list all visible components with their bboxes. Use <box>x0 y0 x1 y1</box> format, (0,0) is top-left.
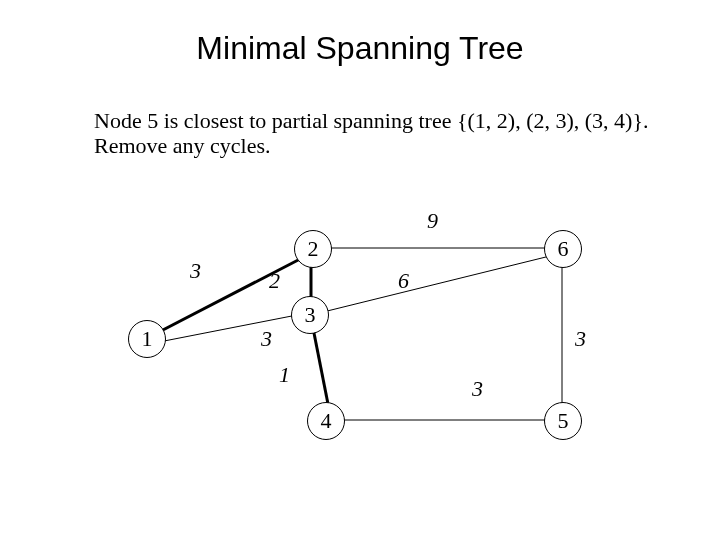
graph-edges <box>0 0 720 540</box>
weight-5-6: 3 <box>575 326 586 352</box>
node-5: 5 <box>544 402 582 440</box>
node-1: 1 <box>128 320 166 358</box>
weight-1-3: 3 <box>261 326 272 352</box>
edge-1-3 <box>159 314 302 342</box>
edge-1-2 <box>159 258 302 332</box>
edge-3-4 <box>313 328 328 404</box>
node-2: 2 <box>294 230 332 268</box>
weight-2-6: 9 <box>427 208 438 234</box>
node-4: 4 <box>307 402 345 440</box>
weight-3-4: 1 <box>279 362 290 388</box>
node-6: 6 <box>544 230 582 268</box>
weight-1-2: 3 <box>190 258 201 284</box>
weight-3-6: 6 <box>398 268 409 294</box>
weight-4-5: 3 <box>472 376 483 402</box>
slide: Minimal Spanning Tree Node 5 is closest … <box>0 0 720 540</box>
weight-2-3: 2 <box>269 268 280 294</box>
edge-3-6 <box>315 255 554 314</box>
node-3: 3 <box>291 296 329 334</box>
